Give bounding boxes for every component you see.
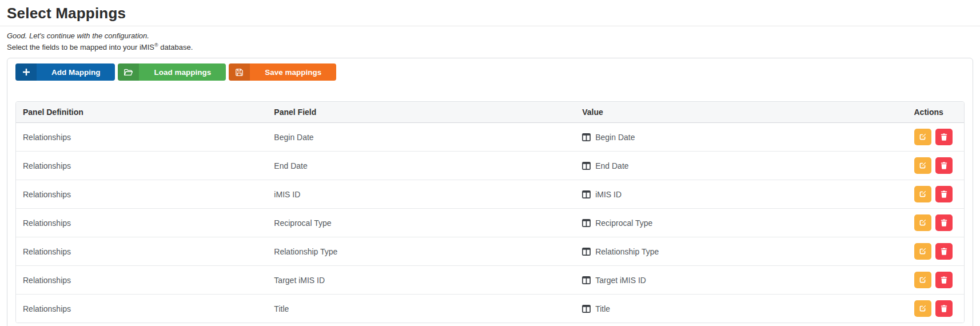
save-mappings-label: Save mappings: [250, 63, 336, 81]
cell-actions: [907, 265, 965, 294]
edit-mapping-button[interactable]: [914, 272, 931, 288]
table-row: Relationships Begin Date Begin Date: [16, 123, 964, 151]
cell-panel-field: Relationship Type: [267, 237, 575, 265]
cell-panel-definition: Relationships: [16, 180, 267, 208]
edit-icon: [919, 162, 926, 169]
header-actions: Actions: [907, 102, 965, 123]
cell-panel-definition: Relationships: [16, 123, 267, 151]
cell-value: Begin Date: [575, 123, 907, 151]
page: Select Mappings Good. Let's continue wit…: [0, 0, 980, 326]
cell-actions: [907, 294, 965, 323]
trash-icon: [941, 248, 947, 255]
cell-value: iMIS ID: [575, 180, 907, 208]
cell-panel-definition: Relationships: [16, 294, 267, 323]
columns-icon: [582, 276, 591, 284]
add-mapping-label: Add Mapping: [37, 63, 115, 81]
cell-panel-definition: Relationships: [16, 208, 267, 237]
cell-actions: [907, 180, 965, 208]
cell-panel-field: Begin Date: [267, 123, 575, 151]
delete-mapping-button[interactable]: [935, 157, 953, 174]
cell-panel-definition: Relationships: [16, 237, 267, 265]
edit-mapping-button[interactable]: [914, 186, 931, 202]
cell-panel-field: iMIS ID: [267, 180, 575, 208]
cell-value: End Date: [575, 151, 907, 180]
mappings-table-frame: Panel Definition Panel Field Value Actio…: [15, 101, 965, 323]
delete-mapping-button[interactable]: [935, 129, 953, 145]
cell-actions: [907, 237, 965, 265]
folder-open-icon: [118, 63, 139, 81]
mappings-table: Panel Definition Panel Field Value Actio…: [16, 102, 964, 323]
edit-mapping-button[interactable]: [914, 300, 931, 317]
load-mappings-label: Load mappings: [139, 63, 226, 81]
save-icon: [229, 63, 250, 81]
cell-panel-field: Target iMIS ID: [267, 265, 575, 294]
cell-panel-field: End Date: [267, 151, 575, 180]
intro-text: Good. Let's continue with the configurat…: [0, 31, 980, 52]
table-header-row: Panel Definition Panel Field Value Actio…: [16, 102, 964, 123]
edit-icon: [919, 133, 926, 141]
intro-line-2-text: Select the fields to be mapped into your…: [7, 43, 154, 51]
delete-mapping-button[interactable]: [935, 272, 953, 288]
edit-icon: [919, 305, 926, 312]
cell-panel-field: Title: [267, 294, 575, 323]
trash-icon: [941, 276, 947, 284]
intro-line-italic: Good. Let's continue with the configurat…: [7, 31, 973, 41]
registered-mark: ®: [154, 42, 158, 48]
edit-mapping-button[interactable]: [914, 243, 931, 260]
columns-icon: [582, 133, 591, 141]
header-panel-field: Panel Field: [267, 102, 575, 123]
table-row: Relationships End Date End Date: [16, 151, 964, 180]
edit-icon: [919, 276, 926, 284]
delete-mapping-button[interactable]: [935, 214, 953, 231]
columns-icon: [582, 305, 591, 313]
trash-icon: [941, 219, 947, 226]
columns-icon: [582, 248, 591, 256]
header-panel-definition: Panel Definition: [16, 102, 267, 123]
edit-icon: [919, 248, 926, 255]
cell-value: Reciprocal Type: [575, 208, 907, 237]
trash-icon: [941, 305, 947, 312]
toolbar: Add Mapping Load mappings: [15, 63, 965, 81]
columns-icon: [582, 162, 591, 170]
cell-value: Title: [575, 294, 907, 323]
edit-mapping-button[interactable]: [914, 157, 931, 174]
table-row: Relationships Target iMIS ID Target iMIS…: [16, 265, 964, 294]
header-value: Value: [575, 102, 907, 123]
delete-mapping-button[interactable]: [935, 243, 953, 260]
edit-icon: [919, 219, 926, 226]
cell-panel-definition: Relationships: [16, 151, 267, 180]
table-row: Relationships Reciprocal Type Reciprocal…: [16, 208, 964, 237]
cell-value: Relationship Type: [575, 237, 907, 265]
edit-mapping-button[interactable]: [914, 129, 931, 145]
columns-icon: [582, 190, 591, 198]
intro-line-2: Select the fields to be mapped into your…: [7, 41, 973, 52]
trash-icon: [941, 190, 947, 198]
plus-icon: [15, 63, 37, 81]
cell-actions: [907, 123, 965, 151]
mappings-card: Add Mapping Load mappings: [7, 58, 973, 326]
title-divider: [0, 26, 980, 26]
edit-icon: [919, 190, 926, 198]
page-title: Select Mappings: [0, 0, 980, 26]
cell-panel-definition: Relationships: [16, 265, 267, 294]
edit-mapping-button[interactable]: [914, 214, 931, 231]
table-row: Relationships Relationship Type Relation…: [16, 237, 964, 265]
table-row: Relationships iMIS ID iMIS ID: [16, 180, 964, 208]
intro-line-2-tail: database.: [158, 43, 193, 51]
cell-actions: [907, 208, 965, 237]
columns-icon: [582, 219, 591, 227]
table-row: Relationships Title Title: [16, 294, 964, 323]
cell-value: Target iMIS ID: [575, 265, 907, 294]
add-mapping-button[interactable]: Add Mapping: [15, 63, 115, 81]
cell-panel-field: Reciprocal Type: [267, 208, 575, 237]
cell-actions: [907, 151, 965, 180]
trash-icon: [941, 162, 947, 169]
delete-mapping-button[interactable]: [935, 300, 953, 317]
save-mappings-button[interactable]: Save mappings: [229, 63, 336, 81]
trash-icon: [941, 133, 947, 141]
delete-mapping-button[interactable]: [935, 186, 953, 202]
load-mappings-button[interactable]: Load mappings: [118, 63, 226, 81]
